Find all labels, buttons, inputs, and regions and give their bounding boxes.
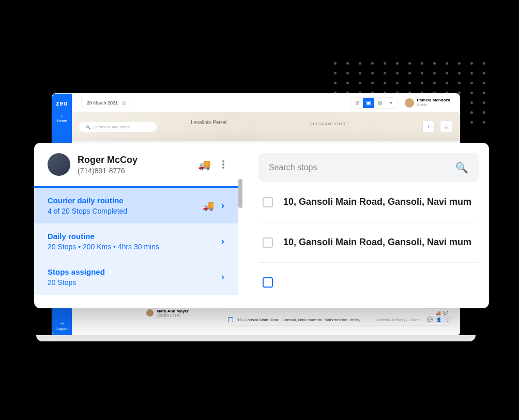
map-import-button[interactable]: ⇩ [440, 121, 452, 133]
brand-logo: zeo [56, 100, 68, 107]
route-title: Daily routine [48, 232, 159, 241]
view-icon-1[interactable]: ⊞ [352, 98, 363, 108]
stop-address: 10, Gansoli Main Road, Gansoli, Navi mum [283, 237, 471, 248]
route-title: Stops assigned [48, 267, 105, 276]
driver-avatar [48, 153, 70, 176]
driver-header: Roger McCoy (714)891-8776 🚚 [34, 143, 238, 186]
logout-icon: ⇥ [60, 322, 64, 326]
route-subtitle: 4 of 20 Stops Completed [48, 207, 127, 215]
user-menu[interactable]: Pamela Mendoza Admin [405, 98, 450, 108]
scrollbar-thumb[interactable] [238, 179, 242, 208]
stop-address: 10, Gansoli Main Road, Gansoli, Navi mum [283, 197, 471, 207]
view-icon-4[interactable]: ▾ [386, 98, 397, 108]
stop-row[interactable] [258, 263, 479, 288]
route-subtitle: 20 Stops • 200 Kms • 4hrs 30 mins [48, 243, 159, 251]
driver-panel: Roger McCoy (714)891-8776 🚚 Courier dail… [34, 143, 489, 308]
scrollbar[interactable] [238, 143, 243, 308]
bg-stop-meta: Normal • Delivery • 2 Mins [377, 318, 419, 322]
view-switcher: ⊞ ▣ ▤ ▾ [351, 97, 398, 109]
person-icon[interactable]: 👤 [435, 316, 442, 323]
search-icon: 🔍 [85, 125, 90, 129]
more-menu-button[interactable] [222, 160, 224, 169]
route-item-courier[interactable]: Courier daily routine 4 of 20 Stops Comp… [34, 188, 238, 223]
route-subtitle: 20 Stops [48, 278, 105, 287]
stop-row[interactable]: 10, Gansoli Main Road, Gansoli, Navi mum [258, 222, 479, 263]
bg-user-phone: (385)691-5149 [157, 313, 189, 317]
topbar: 20 March 2021 ▦ ⊞ ▣ ▤ ▾ Pamela Mendoza A… [72, 94, 460, 112]
sidebar-logout-label: Logout [56, 327, 67, 331]
route-item-daily[interactable]: Daily routine 20 Stops • 200 Kms • 4hrs … [34, 223, 238, 259]
checkbox[interactable] [263, 237, 273, 248]
date-picker[interactable]: 20 March 2021 ▦ [81, 98, 132, 108]
search-placeholder: Search stops [269, 163, 317, 172]
avatar [146, 309, 154, 317]
checkbox[interactable] [263, 197, 273, 207]
sidebar-home-label: Home [57, 119, 67, 123]
map-search-input[interactable]: 🔍 Search & add stops [79, 122, 157, 132]
bg-user-name: Mary Ann Moyer [157, 309, 189, 313]
sidebar-item-home[interactable]: ⌂ Home [57, 114, 67, 123]
truck-icon: 🚚 [203, 200, 214, 212]
map-add-button[interactable]: + [422, 121, 435, 133]
home-icon: ⌂ [61, 114, 63, 118]
laptop-base [36, 335, 476, 341]
bg-stop-row[interactable]: 10, Gansoli Main Road, Gansoli, Navi mum… [228, 314, 451, 326]
sidebar-item-logout[interactable]: ⇥ Logout [52, 322, 72, 331]
truck-icon: 🚚 [198, 158, 211, 171]
bg-stop-address: 10, Gansoli Main Road, Gansoli, Navi mum… [237, 318, 360, 322]
stop-row[interactable]: 10, Gansoli Main Road, Gansoli, Navi mum [258, 182, 479, 222]
calendar-icon: ▦ [122, 100, 127, 106]
view-icon-3[interactable]: ▤ [374, 98, 386, 108]
stops-panel: Search stops 🔍 10, Gansoli Main Road, Ga… [243, 143, 489, 308]
driver-phone: (714)891-8776 [78, 167, 191, 175]
chevron-right-icon: › [221, 272, 224, 282]
map-area[interactable]: 🔍 Search & add stops + ⇩ [72, 112, 460, 141]
driver-routes-list: Roger McCoy (714)891-8776 🚚 Courier dail… [34, 143, 238, 308]
search-icon: 🔍 [455, 161, 468, 174]
route-title: Courier daily routine [48, 196, 127, 205]
more-icon[interactable]: ⋮ [444, 316, 451, 323]
user-role: Admin [417, 103, 450, 107]
chat-icon[interactable]: 💬 [426, 316, 434, 323]
user-name: Pamela Mendoza [417, 98, 450, 103]
date-value: 20 March 2021 [87, 100, 118, 106]
driver-name: Roger McCoy [78, 155, 191, 166]
chevron-right-icon: › [221, 236, 224, 247]
checkbox[interactable] [263, 277, 273, 288]
map-search-placeholder: Search & add stops [94, 125, 130, 129]
checkbox[interactable] [228, 317, 233, 322]
chevron-right-icon: › [221, 200, 224, 211]
view-icon-2[interactable]: ▣ [363, 98, 374, 108]
stops-search-input[interactable]: Search stops 🔍 [258, 153, 479, 182]
route-item-assigned[interactable]: Stops assigned 20 Stops › [34, 259, 238, 295]
avatar [405, 98, 414, 108]
